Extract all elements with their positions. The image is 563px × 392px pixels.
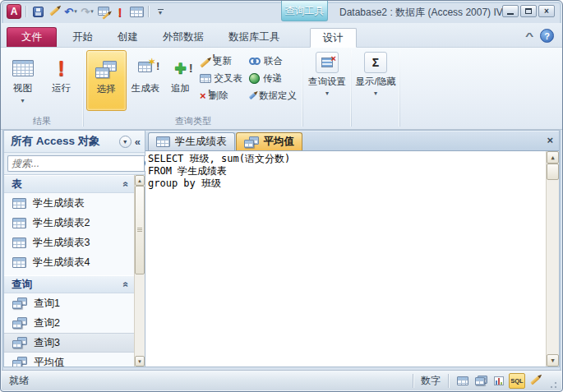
nav-item-query-3-selected[interactable]: 查询3 <box>4 333 134 353</box>
scroll-up-icon[interactable]: ▲ <box>547 151 559 164</box>
query-setup-group-button[interactable]: 查询设置 ▾ <box>303 48 351 129</box>
delete-button[interactable]: ×!删除 <box>196 87 246 104</box>
nav-item-label: 查询2 <box>34 316 60 330</box>
pivotchart-view-button[interactable] <box>491 373 507 389</box>
nav-item-table-3[interactable]: 学生成绩表3 <box>4 233 134 252</box>
nav-item-query-average[interactable]: 平均值 <box>4 353 134 367</box>
restore-button[interactable] <box>520 5 537 17</box>
title-bar[interactable]: A ↶▾ ↷▾ ! ▼ 查询工具 Database2 : 数据库 (Access… <box>1 1 562 23</box>
data-definition-button[interactable]: 数据定义 <box>246 87 300 104</box>
union-button[interactable]: 联合 <box>246 53 300 70</box>
minimize-ribbon-icon[interactable]: ^ <box>525 31 533 41</box>
nav-item-query-2[interactable]: 查询2 <box>4 313 134 333</box>
query-setup-dropdown-icon[interactable]: ▾ <box>325 90 329 97</box>
nav-scroll-track[interactable] <box>135 274 145 356</box>
append-button[interactable]: ✚! 追加 <box>164 50 196 111</box>
access-app-icon[interactable]: A <box>7 4 21 19</box>
sql-editor[interactable]: SELECT 班级, sum(语文分数) FROM 学生成绩表 group by… <box>145 151 559 367</box>
datasheet-view-button[interactable] <box>455 373 471 389</box>
status-bar: 就绪 数字 SQL <box>2 370 561 390</box>
design-view-icon <box>530 376 540 385</box>
pivottable-view-button[interactable] <box>473 373 489 389</box>
close-document-icon[interactable]: × <box>547 134 553 146</box>
view-icon <box>12 53 34 83</box>
tab-create[interactable]: 创建 <box>105 27 150 47</box>
show-hide-group-button[interactable]: Σ 显示/隐藏 ▾ <box>352 48 399 129</box>
shutter-bar-close-icon[interactable]: « <box>135 136 141 148</box>
datasheet-view-button-qat[interactable] <box>129 4 144 19</box>
collapse-section-icon[interactable]: « <box>121 282 132 288</box>
nav-item-table-1[interactable]: 学生成绩表 <box>4 193 134 213</box>
pass-through-button[interactable]: 传递 <box>246 70 300 87</box>
restore-icon <box>525 8 532 14</box>
nav-item-table-2[interactable]: 学生成绩表2 <box>4 213 134 233</box>
crosstab-label: 交叉表 <box>215 72 243 85</box>
undo-dropdown-icon[interactable]: ▾ <box>74 8 77 15</box>
doc-tab-average-active[interactable]: 平均值 <box>236 132 303 150</box>
tab-home[interactable]: 开始 <box>60 27 105 47</box>
redo-dropdown-icon[interactable]: ▾ <box>90 8 94 15</box>
data-definition-label: 数据定义 <box>259 90 297 102</box>
run-exclamation-icon: ! <box>118 6 122 18</box>
resize-grip[interactable] <box>548 380 558 390</box>
view-pencil-icon <box>102 7 109 20</box>
view-window-icon <box>98 6 109 18</box>
nav-scrollbar[interactable]: ▲ ▼ <box>134 175 145 367</box>
customize-qat-button[interactable]: ▼ <box>153 4 168 19</box>
nav-pane-header[interactable]: 所有 Access 对象 ▼ « <box>4 131 145 153</box>
queries-section-title: 查询 <box>12 278 32 292</box>
show-hide-dropdown-icon[interactable]: ▾ <box>374 90 377 97</box>
section-header-queries[interactable]: 查询 « <box>4 275 134 293</box>
update-button[interactable]: !更新 <box>196 53 246 70</box>
tab-database-tools[interactable]: 数据库工具 <box>216 27 293 47</box>
nav-item-label: 查询3 <box>34 336 60 350</box>
editor-scrollbar[interactable]: ▲ ▼ <box>546 151 559 367</box>
sql-line: group by 班级 <box>148 178 544 190</box>
run-button[interactable]: ! 运行 <box>42 50 81 111</box>
scroll-up-icon[interactable]: ▲ <box>135 175 145 186</box>
help-button[interactable]: ? <box>540 29 554 43</box>
close-icon: × <box>544 7 549 16</box>
redo-button[interactable]: ↷▾ <box>80 4 95 19</box>
scroll-down-icon[interactable]: ▼ <box>135 356 145 367</box>
view-button[interactable]: 视图 ▾ <box>3 50 42 111</box>
nav-item-query-1[interactable]: 查询1 <box>4 293 134 313</box>
update-icon: ! <box>200 57 210 67</box>
doc-tab-student-scores[interactable]: 学生成绩表 <box>148 132 235 150</box>
nav-item-label: 学生成绩表3 <box>33 236 90 250</box>
make-table-button[interactable]: ✶! 生成表 <box>127 50 165 111</box>
minimize-button[interactable] <box>502 5 519 17</box>
crosstab-button[interactable]: 交叉表 <box>196 70 246 87</box>
tab-file[interactable]: 文件 <box>7 27 57 47</box>
select-query-button[interactable]: 选择 <box>86 50 127 111</box>
nav-item-table-4[interactable]: 学生成绩表4 <box>4 252 134 272</box>
save-icon <box>33 7 44 17</box>
editor-scroll-thumb[interactable] <box>547 164 559 180</box>
search-input[interactable] <box>7 155 144 172</box>
run-button-qat[interactable]: ! <box>113 4 127 19</box>
design-view-button[interactable] <box>47 4 62 19</box>
nav-pane-menu-icon[interactable]: ▼ <box>119 136 132 148</box>
sigma-icon-box: Σ <box>364 52 387 73</box>
section-header-tables[interactable]: 表 « <box>4 175 134 193</box>
collapse-section-icon[interactable]: « <box>121 182 132 187</box>
close-button[interactable]: × <box>538 5 555 17</box>
view-label: 视图 <box>13 83 32 94</box>
nav-scroll-thumb[interactable] <box>135 186 145 274</box>
save-button[interactable] <box>30 4 45 19</box>
num-lock-indicator: 数字 <box>419 374 442 388</box>
undo-button[interactable]: ↶▾ <box>63 4 78 19</box>
design-view-button[interactable] <box>527 373 543 389</box>
view-button-qat[interactable] <box>96 4 111 19</box>
tab-external-data[interactable]: 外部数据 <box>150 27 216 47</box>
query-setup-label: 查询设置 <box>308 76 346 88</box>
query-type-small-column-2: 联合 传递 数据定义 <box>246 50 300 104</box>
view-dropdown-icon[interactable]: ▾ <box>21 95 24 106</box>
pass-through-label: 传递 <box>263 72 282 85</box>
globe-icon <box>249 73 260 84</box>
sql-view-button-active[interactable]: SQL <box>509 373 525 389</box>
scroll-down-icon[interactable]: ▼ <box>547 354 559 367</box>
tab-design[interactable]: 设计 <box>310 28 357 48</box>
editor-scroll-track[interactable] <box>547 180 559 354</box>
group-separator <box>399 50 400 127</box>
